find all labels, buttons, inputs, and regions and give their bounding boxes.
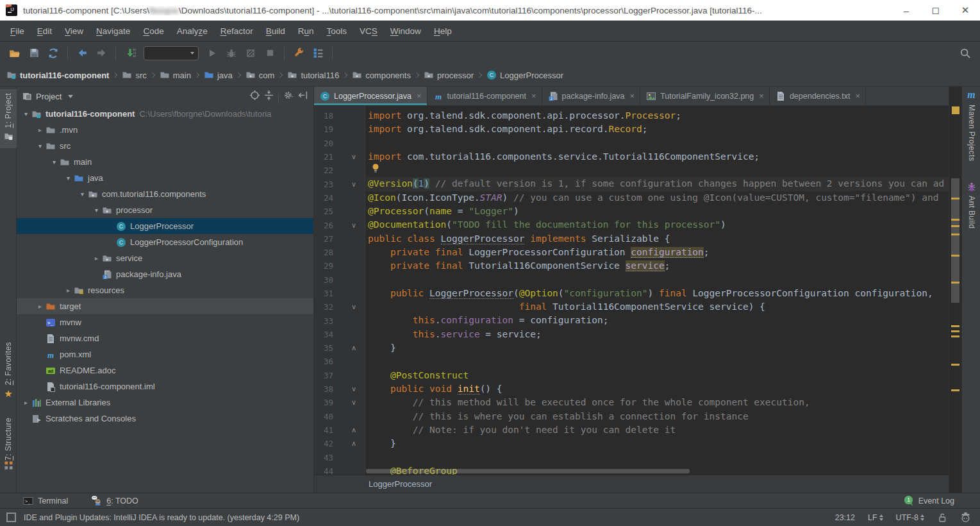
code-line[interactable]: } [366,341,949,355]
warning-stripe-mark[interactable] [951,325,959,327]
code-line[interactable]: public void init() { [366,382,949,396]
code-line[interactable]: public LoggerProcessor(@Option("configur… [366,287,949,300]
tab-close-icon[interactable]: × [630,91,635,101]
tree-item-target[interactable]: ▸target [17,298,313,314]
toolwindow-tab-ant[interactable]: Ant Build [962,182,980,229]
tab-close-icon[interactable]: × [855,91,860,101]
toolwindows-widget-icon[interactable] [6,513,16,522]
toolwindow-tab-maven[interactable]: m Maven Projects [962,89,980,161]
editor-code[interactable]: import org.talend.sdk.component.api.proc… [366,106,949,475]
breadcrumb-components[interactable]: components [352,70,411,80]
breadcrumb-java[interactable]: java [204,70,233,80]
warning-stripe-mark[interactable] [951,330,959,332]
code-line[interactable] [366,164,949,177]
breadcrumb-main[interactable]: main [160,70,191,80]
caret-position[interactable]: 23:12 [835,513,855,522]
menu-help[interactable]: Help [428,26,458,36]
tree-arrow-icon[interactable]: ▾ [21,110,31,117]
tree-item-mvnw[interactable]: >_mvnw [17,314,313,330]
code-line[interactable] [366,273,949,287]
warning-stripe-mark[interactable] [951,335,959,337]
breadcrumb-processor[interactable]: processor [424,70,474,80]
tab-dependencies-txt[interactable]: dependencies.txt× [770,87,866,105]
toolwindow-tab-project[interactable]: 1: Project [0,89,17,148]
code-line[interactable] [366,450,949,464]
fold-icon[interactable]: ∧ [347,439,360,448]
inspections-hector-icon[interactable] [960,512,971,523]
tree-item-external-libraries[interactable]: ▸External Libraries [17,394,313,411]
code-line[interactable]: this.configuration = configuration; [366,314,949,327]
tree-arrow-icon[interactable]: ▾ [35,142,45,149]
status-message[interactable]: IDE and Plugin Updates: IntelliJ IDEA is… [24,513,299,522]
tree-item-loggerprocessorconfiguration[interactable]: CLoggerProcessorConfiguration [17,234,313,250]
error-stripe[interactable] [949,87,961,493]
tree-item-package-info-java[interactable]: Jpackage-info.java [17,266,313,282]
fold-icon[interactable]: ∨ [347,398,360,407]
code-line[interactable]: private final LoggerProcessorConfigurati… [366,246,949,259]
code-line[interactable]: final Tutorial116ComponentService servic… [366,300,949,314]
toolwindow-tab-favorites[interactable]: 2: Favorites ★ [0,342,17,410]
tree-item-pom-xml[interactable]: mpom.xml [17,346,313,362]
menu-window[interactable]: Window [384,26,428,36]
event-log-button[interactable]: 1 Event Log [903,495,954,506]
menu-run[interactable]: Run [292,26,320,36]
warning-stripe-mark[interactable] [951,282,959,284]
tree-item-main[interactable]: ▾main [17,154,313,170]
tab-tutorialfamily-icon32-png[interactable]: TutorialFamily_icon32.png× [640,87,770,105]
tree-arrow-icon[interactable]: ▸ [63,287,73,294]
tree-arrow-icon[interactable]: ▾ [63,174,73,182]
tree-item-service[interactable]: ▸service [17,250,313,266]
tree-item-tutorial116-component-iml[interactable]: tutorial116-component.iml [17,378,313,394]
maximize-button[interactable]: ◻ [921,0,951,21]
menu-file[interactable]: File [4,26,31,36]
minimize-button[interactable]: – [892,0,921,21]
toolwindow-tab-structure[interactable]: 7: Structure [0,418,17,489]
tree-arrow-icon[interactable]: ▸ [35,303,45,310]
forward-button[interactable] [93,45,110,62]
code-line[interactable] [366,355,949,368]
run-with-coverage-button[interactable] [242,45,259,62]
search-everywhere-button[interactable] [957,45,974,62]
menu-navigate[interactable]: Navigate [90,26,137,36]
code-editor[interactable]: 18192021∨2223∨242526∨272829303132∨333435… [314,106,949,475]
hide-panel-button[interactable] [295,89,310,103]
warning-stripe-mark[interactable] [951,389,959,391]
fold-icon[interactable]: ∨ [347,221,360,230]
tree-item-mvn[interactable]: ▸.mvn [17,122,313,138]
warning-stripe-mark[interactable] [951,198,959,199]
tree-item-resources[interactable]: ▸resources [17,282,313,298]
tree-arrow-icon[interactable]: ▾ [78,191,87,198]
code-line[interactable]: import org.talend.sdk.component.api.reco… [366,123,949,136]
tree-item-java[interactable]: ▾java [17,170,313,186]
tab-loggerprocessor-java[interactable]: CLoggerProcessor.java× [314,87,428,105]
toolwindow-button-6-todo[interactable]: 6: TODO [91,495,138,506]
tree-arrow-icon[interactable]: ▾ [49,158,59,165]
breadcrumb-tutorial116[interactable]: tutorial116 [287,70,339,80]
code-line[interactable]: // Note: if you don't need it you can de… [366,423,949,437]
tree-arrow-icon[interactable]: ▸ [92,255,101,262]
save-all-button[interactable] [26,45,42,62]
tab-tutorial116-component[interactable]: mtutorial116-component× [428,87,542,105]
line-separator-widget[interactable]: LF [868,513,883,522]
warning-stripe-mark[interactable] [951,364,959,366]
tree-item-tutorial116-component[interactable]: ▾tutorial116-componentC:\Users\fborgne\D… [17,106,313,122]
fold-icon[interactable]: ∨ [347,153,360,161]
fold-icon[interactable]: ∨ [347,180,360,189]
run-configuration-select[interactable] [144,46,199,60]
code-line[interactable]: @Icon(Icon.IconType.STAR) // you can use… [366,191,949,205]
tree-item-processor[interactable]: ▾processor [17,202,313,218]
code-line[interactable]: import com.tutorial116.components.servic… [366,150,949,164]
tree-item-src[interactable]: ▾src [17,138,313,154]
menu-refactor[interactable]: Refactor [214,26,260,36]
breadcrumb-loggerprocessor[interactable]: CLoggerProcessor [486,70,563,80]
fold-icon[interactable]: ∧ [347,426,360,434]
collapse-all-button[interactable] [262,89,276,103]
tree-item-mvnw-cmd[interactable]: mvnw.cmd [17,330,313,346]
tab-close-icon[interactable]: × [531,91,536,101]
lock-open-icon[interactable] [937,513,947,523]
code-line[interactable] [366,137,949,150]
menu-tools[interactable]: Tools [320,26,354,36]
breadcrumb-tutorial116-component[interactable]: tutorial116-component [6,70,109,80]
horizontal-scrollbar[interactable] [366,469,690,473]
fold-icon[interactable]: ∨ [347,303,360,311]
